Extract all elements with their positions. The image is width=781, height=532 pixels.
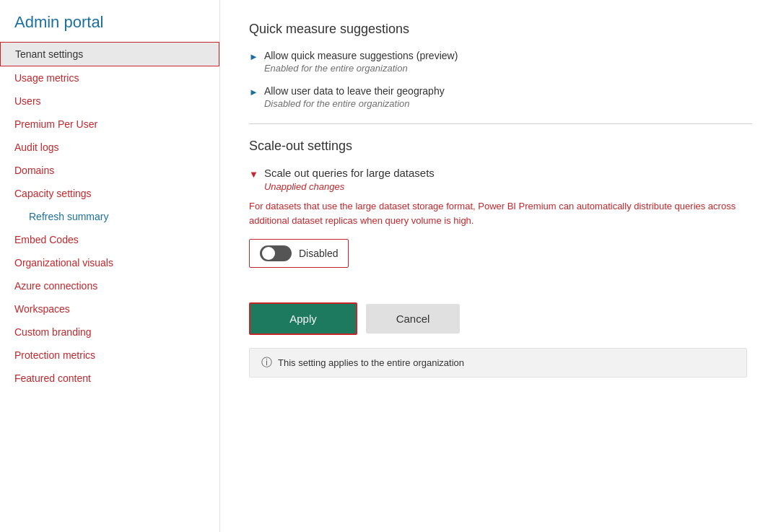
toggle-label: Disabled xyxy=(299,248,338,259)
sidebar-item-tenant-settings[interactable]: Tenant settings xyxy=(0,42,219,66)
scaleout-expand-arrow[interactable]: ▼ xyxy=(249,169,258,180)
toggle-switch[interactable] xyxy=(260,245,292,261)
info-text: This setting applies to the entire organ… xyxy=(278,357,464,368)
sidebar-item-organizational-visuals[interactable]: Organizational visuals xyxy=(0,251,219,274)
sidebar-item-refresh-summary[interactable]: Refresh summary xyxy=(0,205,219,228)
quick-measure-item-2-title: Allow user data to leave their geography xyxy=(264,85,445,97)
info-bar: ⓘ This setting applies to the entire org… xyxy=(249,348,747,378)
cancel-button[interactable]: Cancel xyxy=(366,304,460,333)
quick-measure-item-2-subtitle: Disabled for the entire organization xyxy=(264,98,445,109)
sidebar-item-usage-metrics[interactable]: Usage metrics xyxy=(0,66,219,90)
sidebar-item-workspaces[interactable]: Workspaces xyxy=(0,297,219,320)
quick-measure-item-1: ► Allow quick measure suggestions (previ… xyxy=(249,50,752,74)
toggle-container: Disabled xyxy=(249,239,752,285)
scaleout-item-row: ▼ Scale out queries for large datasets U… xyxy=(249,167,752,192)
sidebar-nav: Usage metricsUsersPremium Per UserAudit … xyxy=(0,66,219,390)
section-divider xyxy=(249,123,752,124)
toggle-row: Disabled xyxy=(249,239,349,268)
scaleout-title: Scale-out settings xyxy=(249,139,752,154)
sidebar-item-protection-metrics[interactable]: Protection metrics xyxy=(0,344,219,367)
expand-arrow-1[interactable]: ► xyxy=(249,51,258,62)
quick-measure-item-1-title: Allow quick measure suggestions (preview… xyxy=(264,50,458,61)
main-content: Quick measure suggestions ► Allow quick … xyxy=(220,0,781,532)
scaleout-section: Scale-out settings ▼ Scale out queries f… xyxy=(249,139,752,378)
expand-content-2: Allow user data to leave their geography… xyxy=(264,85,445,109)
quick-measure-item-1-subtitle: Enabled for the entire organization xyxy=(264,63,458,74)
sidebar-item-custom-branding[interactable]: Custom branding xyxy=(0,320,219,344)
sidebar: Admin portal Tenant settings Usage metri… xyxy=(0,0,220,532)
expand-arrow-2[interactable]: ► xyxy=(249,87,258,97)
app-title: Admin portal xyxy=(0,0,219,42)
apply-button[interactable]: Apply xyxy=(249,302,357,335)
sidebar-item-azure-connections[interactable]: Azure connections xyxy=(0,274,219,297)
info-icon: ⓘ xyxy=(261,356,272,370)
app-container: Admin portal Tenant settings Usage metri… xyxy=(0,0,781,532)
quick-measure-item-2: ► Allow user data to leave their geograp… xyxy=(249,85,752,109)
quick-measure-section: Quick measure suggestions ► Allow quick … xyxy=(249,22,752,109)
sidebar-item-premium-per-user[interactable]: Premium Per User xyxy=(0,113,219,136)
sidebar-item-featured-content[interactable]: Featured content xyxy=(0,367,219,390)
sidebar-item-capacity-settings[interactable]: Capacity settings xyxy=(0,182,219,205)
sidebar-item-embed-codes[interactable]: Embed Codes xyxy=(0,228,219,251)
action-buttons: Apply Cancel xyxy=(249,302,752,335)
sidebar-item-audit-logs[interactable]: Audit logs xyxy=(0,136,219,159)
sidebar-item-domains[interactable]: Domains xyxy=(0,159,219,182)
scaleout-item-content: Scale out queries for large datasets Una… xyxy=(264,167,435,192)
expand-content-1: Allow quick measure suggestions (preview… xyxy=(264,50,458,74)
unapplied-changes-label: Unapplied changes xyxy=(264,181,435,192)
quick-measure-title: Quick measure suggestions xyxy=(249,22,752,37)
scaleout-item-title: Scale out queries for large datasets xyxy=(264,167,435,179)
scaleout-description: For datasets that use the large dataset … xyxy=(249,199,747,227)
toggle-thumb xyxy=(262,247,275,260)
sidebar-item-users[interactable]: Users xyxy=(0,90,219,113)
